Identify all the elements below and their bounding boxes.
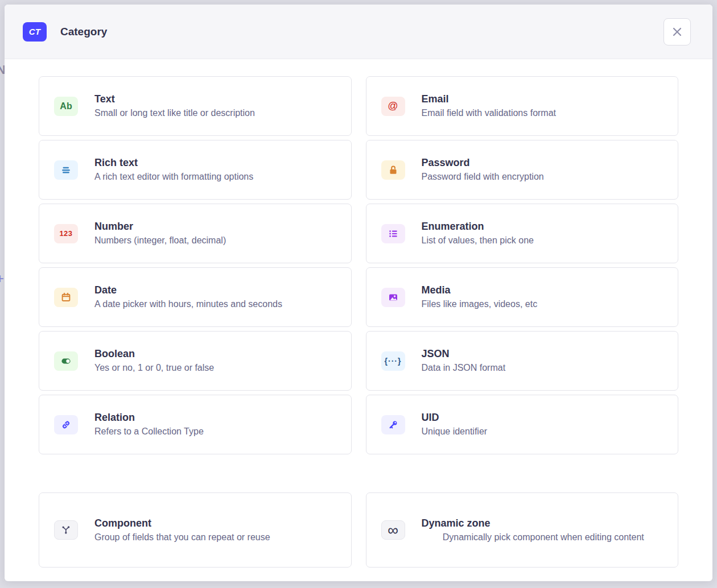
field-description: Unique identifier: [422, 425, 666, 438]
field-card-dynamic-zone[interactable]: ∞ Dynamic zone Dynamically pick componen…: [366, 492, 679, 568]
field-description: Yes or no, 1 or 0, true or false: [94, 362, 339, 374]
advanced-fields-grid: Component Group of fields that you can r…: [39, 492, 678, 568]
field-card-number[interactable]: 123 Number Numbers (integer, float, deci…: [39, 204, 352, 263]
key-icon: [381, 415, 405, 434]
calendar-icon: [54, 288, 78, 307]
modal-header: CT Category: [5, 5, 712, 59]
field-description: Refers to a Collection Type: [94, 425, 339, 438]
field-title: Dynamic zone: [422, 517, 666, 530]
backdrop-peek-plus: +: [0, 271, 4, 287]
field-card-rich-text[interactable]: Rich text A rich text editor with format…: [39, 140, 352, 200]
field-title: Boolean: [94, 347, 339, 361]
field-description: Numbers (integer, float, decimal): [94, 234, 339, 247]
field-title: Number: [94, 220, 339, 233]
ab-text-icon: Ab: [54, 97, 78, 116]
field-card-date[interactable]: Date A date picker with hours, minutes a…: [39, 267, 352, 327]
field-card-email[interactable]: @ Email Email field with validations for…: [366, 76, 679, 136]
field-title: Enumeration: [422, 220, 666, 233]
infinity-icon: ∞: [381, 520, 405, 540]
field-description: Group of fields that you can repeat or r…: [94, 531, 339, 544]
field-description: Files like images, videos, etc: [422, 298, 666, 310]
field-card-boolean[interactable]: Boolean Yes or no, 1 or 0, true or false: [39, 331, 352, 391]
json-braces-icon: {···}: [381, 351, 405, 371]
field-card-text[interactable]: Ab Text Small or long text like title or…: [39, 76, 352, 136]
field-card-uid[interactable]: UID Unique identifier: [366, 395, 679, 454]
field-card-enumeration[interactable]: Enumeration List of values, then pick on…: [366, 204, 679, 263]
field-title: Email: [422, 93, 666, 106]
close-icon: [672, 27, 682, 37]
field-description: List of values, then pick one: [422, 234, 666, 247]
field-title: Password: [422, 156, 666, 169]
field-title: Media: [422, 284, 666, 297]
field-description: A rich text editor with formatting optio…: [94, 171, 339, 183]
bullet-list-icon: [381, 224, 405, 243]
field-title: Date: [94, 284, 339, 297]
close-button[interactable]: [664, 18, 691, 45]
select-field-modal: CT Category Ab Text Small or long text l…: [5, 5, 712, 581]
field-title: Component: [94, 517, 339, 530]
field-title: JSON: [422, 347, 666, 361]
text-lines-icon: [54, 160, 78, 180]
collection-type-badge: CT: [23, 22, 47, 42]
toggle-on-icon: [54, 351, 78, 371]
field-type-list: Ab Text Small or long text like title or…: [5, 59, 712, 581]
field-title: Text: [94, 93, 339, 106]
field-card-relation[interactable]: Relation Refers to a Collection Type: [39, 395, 352, 454]
field-card-component[interactable]: Component Group of fields that you can r…: [39, 492, 352, 568]
field-description: Small or long text like title or descrip…: [94, 107, 339, 119]
at-sign-icon: @: [381, 97, 405, 116]
lock-icon: [381, 160, 405, 180]
field-title: Rich text: [94, 156, 339, 169]
modal-title: Category: [60, 26, 107, 38]
image-icon: [381, 288, 405, 307]
field-description: A date picker with hours, minutes and se…: [94, 298, 339, 310]
field-description: Dynamically pick component when editing …: [422, 531, 666, 544]
field-card-password[interactable]: Password Password field with encryption: [366, 140, 679, 200]
field-title: UID: [422, 411, 666, 424]
field-description: Email field with validations format: [422, 107, 666, 119]
link-icon: [54, 415, 78, 434]
field-title: Relation: [94, 411, 339, 424]
field-card-json[interactable]: {···} JSON Data in JSON format: [366, 331, 679, 391]
123-icon: 123: [54, 224, 78, 243]
fields-grid: Ab Text Small or long text like title or…: [39, 76, 678, 454]
field-card-media[interactable]: Media Files like images, videos, etc: [366, 267, 679, 327]
component-network-icon: [54, 520, 78, 540]
field-description: Password field with encryption: [422, 171, 666, 183]
field-description: Data in JSON format: [422, 362, 666, 374]
